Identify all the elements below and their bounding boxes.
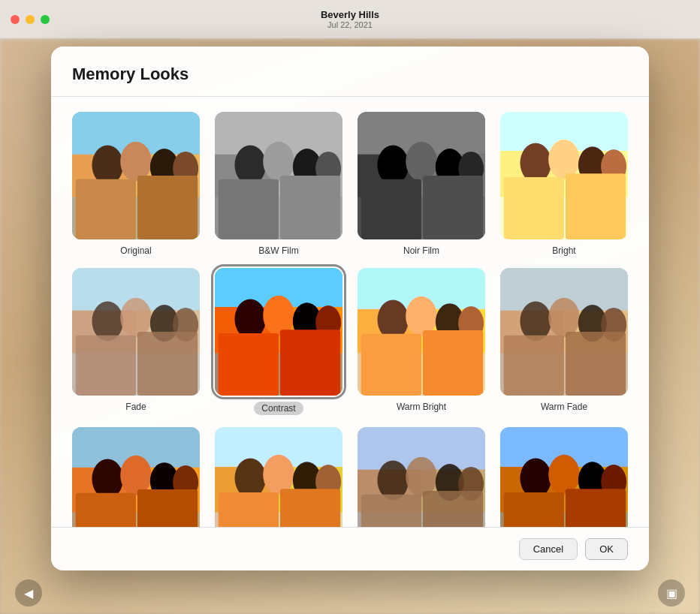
grid-button[interactable]: ▣: [658, 579, 685, 606]
look-thumb-original: [72, 112, 200, 239]
look-label-warm-fade: Warm Fade: [541, 402, 587, 412]
bottom-bar: ◀ ▣: [0, 572, 700, 614]
svg-point-35: [548, 140, 580, 179]
svg-point-105: [406, 457, 437, 497]
look-item-warm-bright[interactable]: Warm Bright: [358, 268, 485, 415]
svg-point-15: [263, 142, 294, 182]
svg-rect-88: [76, 493, 136, 527]
look-label-bw-film: B&W Film: [258, 245, 298, 256]
look-item-cool-bright[interactable]: Cool Bright: [215, 427, 342, 527]
look-item-contrast[interactable]: Contrast: [215, 268, 342, 415]
svg-rect-18: [219, 179, 279, 239]
svg-point-104: [377, 460, 409, 500]
svg-point-5: [120, 142, 152, 182]
look-label-fade: Fade: [125, 402, 146, 412]
svg-rect-119: [566, 489, 626, 527]
look-thumb-cool-contrast: [500, 427, 628, 527]
look-item-bw-film[interactable]: B&W Film: [215, 112, 342, 256]
svg-rect-98: [219, 492, 279, 527]
svg-point-55: [263, 296, 294, 336]
fullscreen-button[interactable]: [41, 15, 50, 24]
look-label-original: Original: [120, 245, 151, 256]
look-item-fade[interactable]: Fade: [72, 268, 200, 415]
svg-rect-99: [280, 489, 340, 527]
svg-point-115: [548, 455, 580, 495]
window-subtitle: Jul 22, 2021: [321, 20, 379, 29]
svg-rect-79: [566, 332, 626, 396]
looks-grid: Original: [72, 112, 628, 527]
look-item-cool-contrast[interactable]: Cool Contrast: [500, 427, 628, 527]
look-item-original[interactable]: Original: [72, 112, 200, 256]
look-thumb-warm-contrast: [72, 427, 200, 527]
look-item-warm-contrast[interactable]: Warm Contrast: [72, 427, 200, 527]
svg-rect-118: [504, 492, 564, 527]
minimize-button[interactable]: [26, 15, 35, 24]
svg-point-54: [234, 299, 266, 339]
ok-button[interactable]: OK: [585, 538, 628, 560]
look-thumb-cool-fade: [358, 427, 485, 527]
svg-point-84: [92, 459, 123, 499]
look-label-contrast: Contrast: [254, 402, 303, 415]
look-thumb-bw-film: [215, 112, 342, 239]
look-item-cool-fade[interactable]: Cool Fade: [358, 427, 485, 527]
svg-rect-109: [423, 491, 483, 527]
look-thumb-noir-film: [358, 112, 485, 239]
svg-rect-28: [361, 179, 421, 239]
window-title: Beverly Hills: [321, 9, 379, 20]
svg-rect-78: [504, 336, 564, 396]
svg-rect-29: [423, 176, 483, 239]
svg-point-25: [406, 142, 437, 182]
svg-rect-48: [76, 336, 136, 396]
svg-rect-108: [361, 495, 421, 527]
svg-rect-68: [361, 334, 421, 396]
look-label-noir-film: Noir Film: [403, 245, 439, 256]
modal-body: Original: [51, 97, 649, 527]
close-button[interactable]: [11, 15, 20, 24]
look-thumb-fade: [72, 268, 200, 396]
svg-rect-38: [504, 177, 564, 239]
memory-looks-modal: Memory Looks: [51, 47, 649, 570]
look-thumb-warm-fade: [500, 268, 628, 396]
svg-point-4: [92, 145, 123, 185]
svg-point-64: [377, 300, 409, 340]
look-item-noir-film[interactable]: Noir Film: [358, 112, 485, 256]
svg-rect-8: [76, 179, 136, 239]
svg-rect-69: [423, 330, 483, 396]
svg-point-95: [263, 455, 294, 495]
svg-rect-89: [137, 489, 198, 527]
svg-rect-59: [280, 330, 340, 396]
svg-point-14: [234, 145, 266, 185]
look-thumb-cool-bright: [215, 427, 342, 527]
title-center: Beverly Hills Jul 22, 2021: [321, 9, 379, 29]
look-item-bright[interactable]: Bright: [500, 112, 628, 256]
svg-point-45: [120, 298, 152, 338]
svg-point-85: [120, 456, 152, 495]
cancel-button[interactable]: Cancel: [519, 538, 578, 560]
svg-point-44: [92, 301, 123, 341]
svg-rect-49: [137, 332, 198, 396]
svg-point-94: [234, 459, 266, 498]
look-item-warm-fade[interactable]: Warm Fade: [500, 268, 628, 415]
back-button[interactable]: ◀: [15, 579, 42, 606]
svg-point-24: [377, 145, 409, 185]
window-controls: [11, 15, 50, 24]
look-label-warm-bright: Warm Bright: [397, 402, 446, 412]
look-thumb-contrast: [215, 268, 342, 396]
svg-point-34: [520, 143, 551, 183]
svg-rect-58: [219, 333, 279, 396]
titlebar: Beverly Hills Jul 22, 2021: [0, 0, 700, 39]
look-label-bright: Bright: [552, 245, 575, 256]
svg-point-114: [520, 459, 551, 498]
look-thumb-warm-bright: [358, 268, 485, 396]
svg-rect-19: [280, 176, 340, 239]
look-thumb-bright: [500, 112, 628, 239]
modal-footer: Cancel OK: [51, 527, 649, 570]
modal-title: Memory Looks: [72, 65, 628, 84]
svg-rect-9: [137, 176, 198, 239]
modal-header: Memory Looks: [51, 47, 649, 97]
svg-rect-39: [566, 173, 626, 239]
svg-point-74: [520, 301, 551, 341]
svg-point-65: [406, 296, 437, 336]
svg-point-75: [548, 298, 580, 338]
